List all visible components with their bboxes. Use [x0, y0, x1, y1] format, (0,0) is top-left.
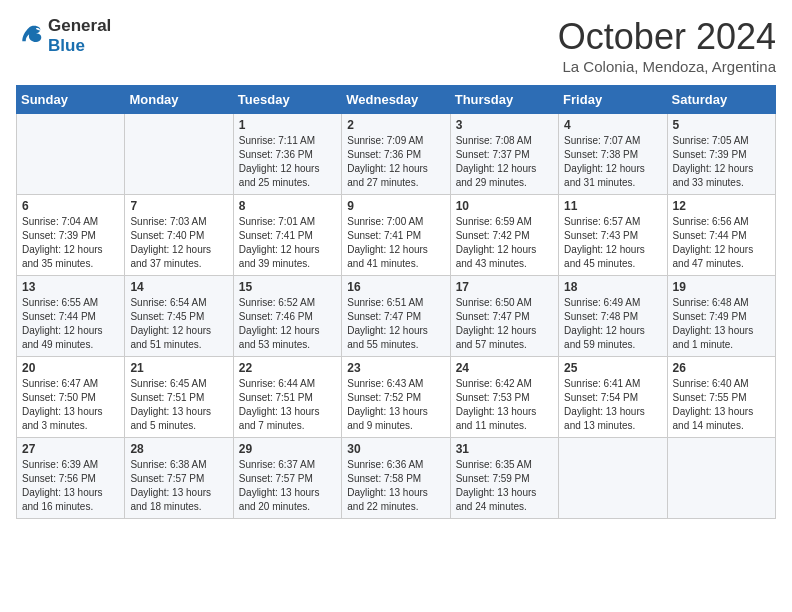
calendar-cell: 3Sunrise: 7:08 AM Sunset: 7:37 PM Daylig… [450, 114, 558, 195]
logo-text: General Blue [48, 16, 111, 55]
day-info: Sunrise: 7:04 AM Sunset: 7:39 PM Dayligh… [22, 215, 119, 271]
day-info: Sunrise: 6:39 AM Sunset: 7:56 PM Dayligh… [22, 458, 119, 514]
day-number: 14 [130, 280, 227, 294]
day-number: 12 [673, 199, 770, 213]
calendar-cell: 22Sunrise: 6:44 AM Sunset: 7:51 PM Dayli… [233, 357, 341, 438]
day-info: Sunrise: 7:01 AM Sunset: 7:41 PM Dayligh… [239, 215, 336, 271]
calendar-cell: 19Sunrise: 6:48 AM Sunset: 7:49 PM Dayli… [667, 276, 775, 357]
day-info: Sunrise: 7:11 AM Sunset: 7:36 PM Dayligh… [239, 134, 336, 190]
location-subtitle: La Colonia, Mendoza, Argentina [558, 58, 776, 75]
day-number: 30 [347, 442, 444, 456]
day-info: Sunrise: 6:59 AM Sunset: 7:42 PM Dayligh… [456, 215, 553, 271]
calendar-cell: 26Sunrise: 6:40 AM Sunset: 7:55 PM Dayli… [667, 357, 775, 438]
day-info: Sunrise: 6:52 AM Sunset: 7:46 PM Dayligh… [239, 296, 336, 352]
day-number: 31 [456, 442, 553, 456]
calendar-cell [559, 438, 667, 519]
day-number: 17 [456, 280, 553, 294]
day-info: Sunrise: 6:35 AM Sunset: 7:59 PM Dayligh… [456, 458, 553, 514]
day-info: Sunrise: 6:43 AM Sunset: 7:52 PM Dayligh… [347, 377, 444, 433]
day-info: Sunrise: 7:09 AM Sunset: 7:36 PM Dayligh… [347, 134, 444, 190]
day-info: Sunrise: 7:03 AM Sunset: 7:40 PM Dayligh… [130, 215, 227, 271]
calendar-week-row: 6Sunrise: 7:04 AM Sunset: 7:39 PM Daylig… [17, 195, 776, 276]
day-info: Sunrise: 6:51 AM Sunset: 7:47 PM Dayligh… [347, 296, 444, 352]
day-info: Sunrise: 6:37 AM Sunset: 7:57 PM Dayligh… [239, 458, 336, 514]
day-info: Sunrise: 7:05 AM Sunset: 7:39 PM Dayligh… [673, 134, 770, 190]
day-info: Sunrise: 6:50 AM Sunset: 7:47 PM Dayligh… [456, 296, 553, 352]
day-info: Sunrise: 6:57 AM Sunset: 7:43 PM Dayligh… [564, 215, 661, 271]
day-info: Sunrise: 6:45 AM Sunset: 7:51 PM Dayligh… [130, 377, 227, 433]
day-info: Sunrise: 6:41 AM Sunset: 7:54 PM Dayligh… [564, 377, 661, 433]
day-number: 3 [456, 118, 553, 132]
calendar-week-row: 1Sunrise: 7:11 AM Sunset: 7:36 PM Daylig… [17, 114, 776, 195]
day-info: Sunrise: 6:38 AM Sunset: 7:57 PM Dayligh… [130, 458, 227, 514]
calendar-cell: 15Sunrise: 6:52 AM Sunset: 7:46 PM Dayli… [233, 276, 341, 357]
calendar-cell: 31Sunrise: 6:35 AM Sunset: 7:59 PM Dayli… [450, 438, 558, 519]
day-info: Sunrise: 6:55 AM Sunset: 7:44 PM Dayligh… [22, 296, 119, 352]
calendar-cell [17, 114, 125, 195]
calendar-cell: 17Sunrise: 6:50 AM Sunset: 7:47 PM Dayli… [450, 276, 558, 357]
weekday-header: Sunday [17, 86, 125, 114]
day-number: 1 [239, 118, 336, 132]
day-info: Sunrise: 7:08 AM Sunset: 7:37 PM Dayligh… [456, 134, 553, 190]
day-info: Sunrise: 6:47 AM Sunset: 7:50 PM Dayligh… [22, 377, 119, 433]
day-number: 24 [456, 361, 553, 375]
day-info: Sunrise: 6:40 AM Sunset: 7:55 PM Dayligh… [673, 377, 770, 433]
day-number: 28 [130, 442, 227, 456]
month-title: October 2024 [558, 16, 776, 58]
calendar-cell: 1Sunrise: 7:11 AM Sunset: 7:36 PM Daylig… [233, 114, 341, 195]
calendar-cell: 20Sunrise: 6:47 AM Sunset: 7:50 PM Dayli… [17, 357, 125, 438]
calendar-table: SundayMondayTuesdayWednesdayThursdayFrid… [16, 85, 776, 519]
calendar-cell: 25Sunrise: 6:41 AM Sunset: 7:54 PM Dayli… [559, 357, 667, 438]
calendar-cell: 7Sunrise: 7:03 AM Sunset: 7:40 PM Daylig… [125, 195, 233, 276]
day-number: 11 [564, 199, 661, 213]
calendar-cell: 27Sunrise: 6:39 AM Sunset: 7:56 PM Dayli… [17, 438, 125, 519]
weekday-header-row: SundayMondayTuesdayWednesdayThursdayFrid… [17, 86, 776, 114]
calendar-cell: 2Sunrise: 7:09 AM Sunset: 7:36 PM Daylig… [342, 114, 450, 195]
day-info: Sunrise: 6:56 AM Sunset: 7:44 PM Dayligh… [673, 215, 770, 271]
day-number: 6 [22, 199, 119, 213]
calendar-cell: 5Sunrise: 7:05 AM Sunset: 7:39 PM Daylig… [667, 114, 775, 195]
day-number: 25 [564, 361, 661, 375]
day-number: 2 [347, 118, 444, 132]
day-number: 29 [239, 442, 336, 456]
day-info: Sunrise: 6:54 AM Sunset: 7:45 PM Dayligh… [130, 296, 227, 352]
day-info: Sunrise: 6:49 AM Sunset: 7:48 PM Dayligh… [564, 296, 661, 352]
calendar-cell: 12Sunrise: 6:56 AM Sunset: 7:44 PM Dayli… [667, 195, 775, 276]
day-number: 10 [456, 199, 553, 213]
calendar-cell: 30Sunrise: 6:36 AM Sunset: 7:58 PM Dayli… [342, 438, 450, 519]
calendar-week-row: 13Sunrise: 6:55 AM Sunset: 7:44 PM Dayli… [17, 276, 776, 357]
day-number: 9 [347, 199, 444, 213]
weekday-header: Wednesday [342, 86, 450, 114]
weekday-header: Tuesday [233, 86, 341, 114]
calendar-week-row: 27Sunrise: 6:39 AM Sunset: 7:56 PM Dayli… [17, 438, 776, 519]
day-number: 23 [347, 361, 444, 375]
day-info: Sunrise: 6:42 AM Sunset: 7:53 PM Dayligh… [456, 377, 553, 433]
day-number: 5 [673, 118, 770, 132]
calendar-cell: 24Sunrise: 6:42 AM Sunset: 7:53 PM Dayli… [450, 357, 558, 438]
day-info: Sunrise: 6:44 AM Sunset: 7:51 PM Dayligh… [239, 377, 336, 433]
day-number: 4 [564, 118, 661, 132]
day-number: 22 [239, 361, 336, 375]
calendar-cell: 28Sunrise: 6:38 AM Sunset: 7:57 PM Dayli… [125, 438, 233, 519]
calendar-cell: 9Sunrise: 7:00 AM Sunset: 7:41 PM Daylig… [342, 195, 450, 276]
calendar-cell: 29Sunrise: 6:37 AM Sunset: 7:57 PM Dayli… [233, 438, 341, 519]
calendar-cell [667, 438, 775, 519]
day-number: 8 [239, 199, 336, 213]
page-header: General Blue October 2024 La Colonia, Me… [16, 16, 776, 75]
day-info: Sunrise: 6:48 AM Sunset: 7:49 PM Dayligh… [673, 296, 770, 352]
day-number: 27 [22, 442, 119, 456]
day-info: Sunrise: 7:00 AM Sunset: 7:41 PM Dayligh… [347, 215, 444, 271]
logo-icon [16, 24, 44, 48]
weekday-header: Thursday [450, 86, 558, 114]
calendar-cell: 21Sunrise: 6:45 AM Sunset: 7:51 PM Dayli… [125, 357, 233, 438]
day-number: 26 [673, 361, 770, 375]
weekday-header: Saturday [667, 86, 775, 114]
day-number: 13 [22, 280, 119, 294]
calendar-cell [125, 114, 233, 195]
calendar-cell: 14Sunrise: 6:54 AM Sunset: 7:45 PM Dayli… [125, 276, 233, 357]
day-number: 21 [130, 361, 227, 375]
day-number: 18 [564, 280, 661, 294]
day-number: 7 [130, 199, 227, 213]
calendar-cell: 8Sunrise: 7:01 AM Sunset: 7:41 PM Daylig… [233, 195, 341, 276]
calendar-week-row: 20Sunrise: 6:47 AM Sunset: 7:50 PM Dayli… [17, 357, 776, 438]
